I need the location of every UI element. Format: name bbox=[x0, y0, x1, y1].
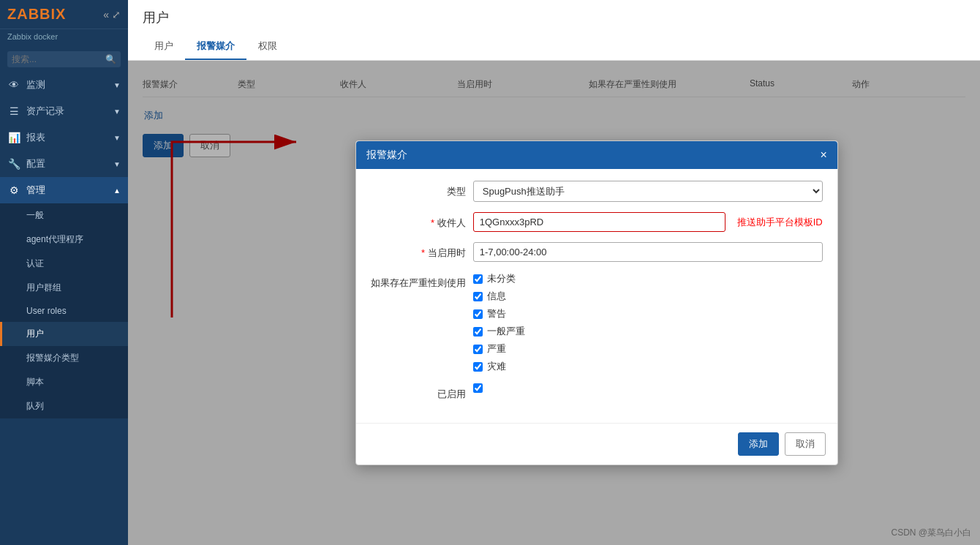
recipient-input[interactable] bbox=[473, 212, 725, 232]
checkbox-high[interactable] bbox=[473, 345, 483, 354]
assets-icon: ☰ bbox=[7, 105, 20, 117]
sidebar-subitem-auth[interactable]: 认证 bbox=[0, 252, 128, 276]
modal-header: 报警媒介 × bbox=[356, 141, 837, 169]
manage-arrow-icon: ▲ bbox=[113, 187, 121, 195]
severity-label: 如果存在严重性则使用 bbox=[371, 272, 466, 290]
sidebar-subitem-queue[interactable]: 队列 bbox=[0, 394, 128, 418]
form-row-enabled: 已启用 bbox=[371, 383, 823, 401]
sidebar-logo: ZABBIX bbox=[7, 6, 66, 23]
sidebar-subtitle: Zabbix docker bbox=[0, 29, 128, 47]
sidebar-item-monitor[interactable]: 👁 监测 ▼ bbox=[0, 72, 128, 98]
sidebar-item-reports-label: 报表 bbox=[26, 131, 45, 144]
tab-permissions[interactable]: 权限 bbox=[246, 34, 289, 60]
sidebar-subitem-agent-proxy[interactable]: agent代理程序 bbox=[0, 228, 128, 252]
modal-body: 类型 SpugPush推送助手 Email SMS Webhook 收件人 bbox=[356, 169, 837, 423]
modal-title: 报警媒介 bbox=[366, 149, 407, 162]
when-label: 当启用时 bbox=[371, 242, 466, 260]
form-row-recipient: 收件人 推送助手平台模板ID bbox=[371, 212, 823, 232]
config-arrow-icon: ▼ bbox=[113, 160, 121, 168]
sidebar: ZABBIX « ⤢ Zabbix docker 🔍 👁 监测 ▼ ☰ 资产记录… bbox=[0, 0, 128, 545]
sidebar-subitem-general[interactable]: 一般 bbox=[0, 203, 128, 228]
when-control bbox=[473, 242, 823, 262]
form-row-severity: 如果存在严重性则使用 未分类 信息 警告 bbox=[371, 272, 823, 373]
severity-high[interactable]: 严重 bbox=[473, 342, 823, 356]
page-header: 用户 用户 报警媒介 权限 bbox=[128, 0, 980, 61]
content-area: 报警媒介 类型 收件人 当启用时 如果存在严重性则使用 Status 动作 添加… bbox=[128, 61, 980, 545]
severity-info[interactable]: 信息 bbox=[473, 290, 823, 303]
sidebar-item-config[interactable]: 🔧 配置 ▼ bbox=[0, 151, 128, 177]
severity-disaster[interactable]: 灾难 bbox=[473, 360, 823, 373]
tab-media[interactable]: 报警媒介 bbox=[185, 34, 246, 60]
sidebar-item-config-label: 配置 bbox=[26, 157, 45, 170]
sidebar-subitem-usergroup[interactable]: 用户群组 bbox=[0, 276, 128, 300]
monitor-arrow-icon: ▼ bbox=[113, 81, 121, 89]
sidebar-subitem-scripts[interactable]: 脚本 bbox=[0, 370, 128, 394]
main-content: 用户 用户 报警媒介 权限 报警媒介 类型 收件人 当启用时 如果存在严重性则使… bbox=[128, 0, 980, 545]
sidebar-item-monitor-label: 监测 bbox=[26, 78, 45, 91]
severity-unclassified[interactable]: 未分类 bbox=[473, 272, 823, 285]
checkbox-unclassified[interactable] bbox=[473, 274, 483, 284]
search-icon: 🔍 bbox=[105, 54, 116, 64]
severity-control: 未分类 信息 警告 一般严重 bbox=[473, 272, 823, 373]
sidebar-header: ZABBIX « ⤢ bbox=[0, 0, 128, 29]
sidebar-item-assets[interactable]: ☰ 资产记录 ▼ bbox=[0, 98, 128, 124]
type-control: SpugPush推送助手 Email SMS Webhook bbox=[473, 181, 823, 202]
sidebar-search-container: 🔍 bbox=[0, 47, 128, 72]
sidebar-controls[interactable]: « ⤢ bbox=[103, 9, 121, 20]
recipient-label: 收件人 bbox=[371, 212, 466, 230]
config-icon: 🔧 bbox=[7, 158, 20, 170]
sidebar-item-reports[interactable]: 📊 报表 ▼ bbox=[0, 124, 128, 151]
modal-cancel-button[interactable]: 取消 bbox=[785, 432, 826, 456]
type-select[interactable]: SpugPush推送助手 Email SMS Webhook bbox=[473, 181, 823, 202]
enabled-control bbox=[473, 383, 823, 395]
modal-close-button[interactable]: × bbox=[820, 149, 826, 162]
when-input[interactable] bbox=[473, 242, 823, 262]
sidebar-subitem-users[interactable]: 用户 bbox=[0, 322, 128, 346]
sidebar-item-manage[interactable]: ⚙ 管理 ▲ bbox=[0, 177, 128, 203]
monitor-icon: 👁 bbox=[7, 79, 20, 91]
manage-icon: ⚙ bbox=[7, 184, 20, 196]
media-modal: 报警媒介 × 类型 SpugPush推送助手 Email SMS Webhook bbox=[355, 140, 838, 465]
sidebar-expand-icon[interactable]: ⤢ bbox=[112, 9, 121, 20]
type-label: 类型 bbox=[371, 181, 466, 198]
enabled-label: 已启用 bbox=[371, 383, 466, 401]
tab-users[interactable]: 用户 bbox=[143, 34, 185, 60]
checkbox-disaster[interactable] bbox=[473, 362, 483, 372]
tab-bar: 用户 报警媒介 权限 bbox=[143, 34, 965, 60]
checkbox-average[interactable] bbox=[473, 327, 483, 337]
sidebar-item-manage-label: 管理 bbox=[26, 184, 45, 197]
assets-arrow-icon: ▼ bbox=[113, 108, 121, 116]
search-input[interactable] bbox=[7, 51, 121, 67]
sidebar-nav: 👁 监测 ▼ ☰ 资产记录 ▼ 📊 报表 ▼ 🔧 配置 ▼ ⚙ 管理 ▲ 一般 … bbox=[0, 72, 128, 545]
reports-arrow-icon: ▼ bbox=[113, 134, 121, 142]
modal-footer: 添加 取消 bbox=[356, 423, 837, 465]
recipient-annotation: 推送助手平台模板ID bbox=[737, 216, 823, 229]
form-row-type: 类型 SpugPush推送助手 Email SMS Webhook bbox=[371, 181, 823, 202]
reports-icon: 📊 bbox=[7, 132, 20, 143]
sidebar-subitem-user-roles[interactable]: User roles bbox=[0, 300, 128, 322]
severity-average[interactable]: 一般严重 bbox=[473, 325, 823, 338]
modal-add-button[interactable]: 添加 bbox=[738, 432, 779, 456]
checkbox-info[interactable] bbox=[473, 292, 483, 301]
sidebar-item-assets-label: 资产记录 bbox=[26, 105, 64, 118]
sidebar-subitem-media-type[interactable]: 报警媒介类型 bbox=[0, 346, 128, 370]
checkbox-warning[interactable] bbox=[473, 309, 483, 319]
enabled-checkbox[interactable] bbox=[473, 383, 483, 393]
form-row-when: 当启用时 bbox=[371, 242, 823, 262]
sidebar-collapse-icon[interactable]: « bbox=[103, 9, 109, 20]
page-title: 用户 bbox=[143, 9, 965, 26]
severity-warning[interactable]: 警告 bbox=[473, 307, 823, 320]
recipient-control: 推送助手平台模板ID bbox=[473, 212, 823, 232]
manage-submenu: 一般 agent代理程序 认证 用户群组 User roles 用户 报警媒介类… bbox=[0, 203, 128, 418]
severity-checkboxes: 未分类 信息 警告 一般严重 bbox=[473, 272, 823, 373]
